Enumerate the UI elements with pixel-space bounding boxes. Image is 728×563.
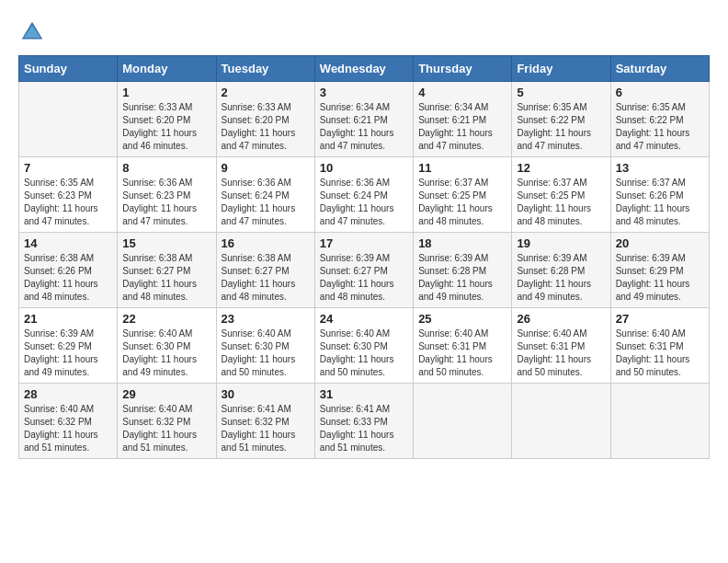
calendar-cell: 25Sunrise: 6:40 AMSunset: 6:31 PMDayligh… (414, 308, 512, 384)
day-number: 20 (616, 236, 704, 250)
week-row-5: 28Sunrise: 6:40 AMSunset: 6:32 PMDayligh… (19, 384, 710, 459)
cell-details: Sunrise: 6:40 AMSunset: 6:30 PMDaylight:… (122, 327, 210, 379)
calendar-cell: 23Sunrise: 6:40 AMSunset: 6:30 PMDayligh… (216, 308, 314, 384)
day-number: 4 (418, 86, 506, 99)
day-number: 8 (122, 161, 210, 175)
cell-details: Sunrise: 6:41 AMSunset: 6:32 PMDaylight:… (222, 403, 310, 454)
page-header (18, 18, 710, 46)
day-number: 19 (517, 236, 605, 250)
day-number: 25 (418, 312, 506, 326)
week-row-3: 14Sunrise: 6:38 AMSunset: 6:26 PMDayligh… (19, 233, 710, 308)
day-number: 22 (122, 312, 210, 326)
calendar-cell: 18Sunrise: 6:39 AMSunset: 6:28 PMDayligh… (414, 233, 512, 308)
day-number: 23 (222, 312, 310, 326)
cell-details: Sunrise: 6:36 AMSunset: 6:24 PMDaylight:… (222, 177, 310, 228)
cell-details: Sunrise: 6:37 AMSunset: 6:25 PMDaylight:… (418, 177, 506, 228)
day-number: 5 (517, 86, 605, 99)
calendar-cell: 11Sunrise: 6:37 AMSunset: 6:25 PMDayligh… (414, 157, 512, 233)
calendar-cell: 28Sunrise: 6:40 AMSunset: 6:32 PMDayligh… (19, 384, 118, 459)
day-number: 18 (418, 236, 506, 250)
header-cell-sunday: Sunday (19, 56, 118, 82)
calendar-cell: 24Sunrise: 6:40 AMSunset: 6:30 PMDayligh… (314, 308, 413, 384)
day-number: 21 (24, 312, 112, 326)
calendar-cell: 22Sunrise: 6:40 AMSunset: 6:30 PMDayligh… (118, 308, 216, 384)
calendar-cell: 20Sunrise: 6:39 AMSunset: 6:29 PMDayligh… (610, 233, 709, 308)
cell-details: Sunrise: 6:38 AMSunset: 6:27 PMDaylight:… (222, 252, 310, 304)
day-number: 7 (24, 161, 112, 175)
header-cell-monday: Monday (118, 56, 216, 82)
header-cell-saturday: Saturday (610, 56, 709, 82)
cell-details: Sunrise: 6:37 AMSunset: 6:25 PMDaylight:… (517, 177, 605, 228)
calendar-cell: 29Sunrise: 6:40 AMSunset: 6:32 PMDayligh… (118, 384, 216, 459)
cell-details: Sunrise: 6:37 AMSunset: 6:26 PMDaylight:… (616, 177, 704, 228)
calendar-cell: 14Sunrise: 6:38 AMSunset: 6:26 PMDayligh… (19, 233, 118, 308)
calendar-cell: 9Sunrise: 6:36 AMSunset: 6:24 PMDaylight… (216, 157, 314, 233)
logo-icon (18, 18, 46, 46)
header-cell-thursday: Thursday (414, 56, 512, 82)
day-number: 11 (418, 161, 506, 175)
calendar-cell: 13Sunrise: 6:37 AMSunset: 6:26 PMDayligh… (610, 157, 709, 233)
calendar-cell: 7Sunrise: 6:35 AMSunset: 6:23 PMDaylight… (19, 157, 118, 233)
header-cell-wednesday: Wednesday (314, 56, 413, 82)
week-row-1: 1Sunrise: 6:33 AMSunset: 6:20 PMDaylight… (19, 82, 710, 157)
cell-details: Sunrise: 6:39 AMSunset: 6:29 PMDaylight:… (616, 252, 704, 304)
cell-details: Sunrise: 6:40 AMSunset: 6:32 PMDaylight:… (24, 403, 112, 454)
cell-details: Sunrise: 6:35 AMSunset: 6:22 PMDaylight:… (517, 101, 605, 153)
cell-details: Sunrise: 6:40 AMSunset: 6:32 PMDaylight:… (122, 403, 210, 454)
day-number: 16 (222, 236, 310, 250)
calendar-cell (414, 384, 512, 459)
calendar-cell: 16Sunrise: 6:38 AMSunset: 6:27 PMDayligh… (216, 233, 314, 308)
day-number: 1 (122, 86, 210, 99)
day-number: 27 (616, 312, 704, 326)
day-number: 12 (517, 161, 605, 175)
cell-details: Sunrise: 6:36 AMSunset: 6:23 PMDaylight:… (122, 177, 210, 228)
calendar-cell: 4Sunrise: 6:34 AMSunset: 6:21 PMDaylight… (414, 82, 512, 157)
calendar-cell: 10Sunrise: 6:36 AMSunset: 6:24 PMDayligh… (314, 157, 413, 233)
day-number: 10 (320, 161, 408, 175)
calendar-table: SundayMondayTuesdayWednesdayThursdayFrid… (18, 55, 710, 459)
day-number: 6 (616, 86, 704, 99)
calendar-cell (610, 384, 709, 459)
calendar-cell: 19Sunrise: 6:39 AMSunset: 6:28 PMDayligh… (512, 233, 610, 308)
day-number: 28 (24, 387, 112, 401)
cell-details: Sunrise: 6:39 AMSunset: 6:29 PMDaylight:… (24, 327, 112, 379)
cell-details: Sunrise: 6:41 AMSunset: 6:33 PMDaylight:… (320, 403, 408, 454)
calendar-cell (512, 384, 610, 459)
day-number: 24 (320, 312, 408, 326)
cell-details: Sunrise: 6:34 AMSunset: 6:21 PMDaylight:… (320, 101, 408, 153)
calendar-cell: 15Sunrise: 6:38 AMSunset: 6:27 PMDayligh… (118, 233, 216, 308)
calendar-cell: 26Sunrise: 6:40 AMSunset: 6:31 PMDayligh… (512, 308, 610, 384)
day-number: 9 (222, 161, 310, 175)
calendar-cell: 27Sunrise: 6:40 AMSunset: 6:31 PMDayligh… (610, 308, 709, 384)
cell-details: Sunrise: 6:40 AMSunset: 6:31 PMDaylight:… (517, 327, 605, 379)
cell-details: Sunrise: 6:35 AMSunset: 6:22 PMDaylight:… (616, 101, 704, 153)
cell-details: Sunrise: 6:40 AMSunset: 6:30 PMDaylight:… (222, 327, 310, 379)
calendar-cell: 3Sunrise: 6:34 AMSunset: 6:21 PMDaylight… (314, 82, 413, 157)
cell-details: Sunrise: 6:33 AMSunset: 6:20 PMDaylight:… (222, 101, 310, 153)
day-number: 30 (222, 387, 310, 401)
header-row: SundayMondayTuesdayWednesdayThursdayFrid… (19, 56, 710, 82)
calendar-cell: 12Sunrise: 6:37 AMSunset: 6:25 PMDayligh… (512, 157, 610, 233)
cell-details: Sunrise: 6:39 AMSunset: 6:27 PMDaylight:… (320, 252, 408, 304)
header-cell-tuesday: Tuesday (216, 56, 314, 82)
day-number: 2 (222, 86, 310, 99)
calendar-cell: 2Sunrise: 6:33 AMSunset: 6:20 PMDaylight… (216, 82, 314, 157)
calendar-cell: 30Sunrise: 6:41 AMSunset: 6:32 PMDayligh… (216, 384, 314, 459)
cell-details: Sunrise: 6:40 AMSunset: 6:30 PMDaylight:… (320, 327, 408, 379)
day-number: 29 (122, 387, 210, 401)
cell-details: Sunrise: 6:38 AMSunset: 6:26 PMDaylight:… (24, 252, 112, 304)
cell-details: Sunrise: 6:40 AMSunset: 6:31 PMDaylight:… (616, 327, 704, 379)
cell-details: Sunrise: 6:40 AMSunset: 6:31 PMDaylight:… (418, 327, 506, 379)
week-row-2: 7Sunrise: 6:35 AMSunset: 6:23 PMDaylight… (19, 157, 710, 233)
calendar-cell: 17Sunrise: 6:39 AMSunset: 6:27 PMDayligh… (314, 233, 413, 308)
calendar-cell: 31Sunrise: 6:41 AMSunset: 6:33 PMDayligh… (314, 384, 413, 459)
logo (18, 18, 48, 46)
cell-details: Sunrise: 6:39 AMSunset: 6:28 PMDaylight:… (517, 252, 605, 304)
day-number: 17 (320, 236, 408, 250)
calendar-cell: 6Sunrise: 6:35 AMSunset: 6:22 PMDaylight… (610, 82, 709, 157)
cell-details: Sunrise: 6:36 AMSunset: 6:24 PMDaylight:… (320, 177, 408, 228)
day-number: 26 (517, 312, 605, 326)
day-number: 15 (122, 236, 210, 250)
day-number: 13 (616, 161, 704, 175)
day-number: 31 (320, 387, 408, 401)
